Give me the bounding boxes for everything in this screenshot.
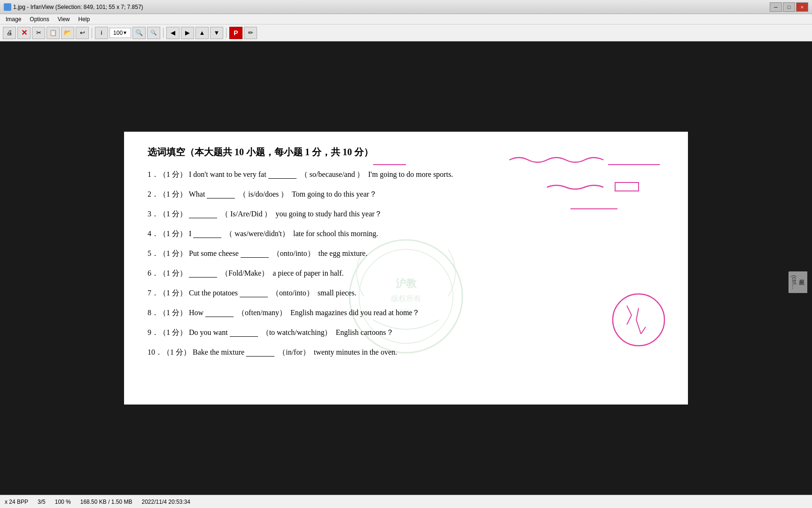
- minimize-button[interactable]: ─: [770, 2, 782, 12]
- q5-after: the egg mixture.: [317, 248, 367, 259]
- question-5: 5． （1 分） Put some cheese （onto/into） the…: [148, 248, 664, 259]
- q1-num: 1．: [148, 169, 159, 180]
- zoom-display: 100 ▼: [109, 28, 131, 38]
- menu-image[interactable]: Image: [2, 15, 25, 24]
- q2-num: 2．: [148, 189, 159, 200]
- q4-blank: [193, 230, 221, 238]
- q9-after: English cartoons？: [334, 327, 393, 338]
- close-file-button[interactable]: ✕: [17, 27, 31, 39]
- question-10: 10． （1 分） Bake the mixture （in/for） twen…: [148, 347, 664, 358]
- zoom-in-button[interactable]: 🔍: [133, 27, 146, 39]
- q9-blank: [230, 328, 258, 337]
- undo-button[interactable]: ↩: [76, 27, 89, 39]
- q5-blank: [241, 249, 269, 258]
- nav-up-button[interactable]: ▲: [195, 27, 209, 39]
- q6-num: 6．: [148, 268, 159, 279]
- paste-button[interactable]: 📂: [61, 27, 74, 39]
- q3-num: 3．: [148, 208, 159, 220]
- status-datetime: 2022/11/4 20:53:34: [142, 499, 190, 505]
- status-position: 3/5: [38, 499, 46, 505]
- q2-points: （1 分）: [159, 189, 187, 200]
- side-panel: 截屏 (ctrl...: [784, 83, 812, 482]
- q8-blank: [205, 309, 234, 317]
- q8-points: （1 分）: [159, 307, 187, 318]
- q6-points: （1 分）: [159, 268, 187, 279]
- q10-blank: [246, 348, 274, 357]
- edit-button[interactable]: ✏: [244, 27, 257, 39]
- title-bar: 1.jpg - IrfanView (Selection: 849, 101; …: [0, 0, 812, 14]
- question-8: 8． （1 分） How （often/many） English magazi…: [148, 307, 664, 318]
- main-area: 沪教 版权所有 EDU 选词填空（本大题共: [0, 41, 812, 495]
- q6-choices: （Fold/Make）: [221, 268, 269, 279]
- q10-num: 10．: [148, 347, 163, 358]
- question-9: 9． （1 分） Do you want （to watch/watching）…: [148, 327, 664, 338]
- title-bar-left: 1.jpg - IrfanView (Selection: 849, 101; …: [4, 3, 143, 11]
- q9-choices: （to watch/watching）: [262, 327, 332, 338]
- q10-choices: （in/for）: [278, 347, 310, 358]
- menu-bar: Image Options View Help: [0, 14, 812, 24]
- doc-title: 选词填空（本大题共 10 小题，每小题 1 分，共 10 分）: [148, 146, 664, 159]
- question-4: 4． （1 分） I （ was/were/didn't） late for s…: [148, 228, 664, 239]
- zoom-out-button[interactable]: 🔍: [147, 27, 160, 39]
- q8-num: 8．: [148, 307, 159, 318]
- title-bar-buttons: ─ □ ×: [770, 2, 808, 12]
- q2-after: Tom going to do this year？: [290, 189, 376, 200]
- q4-choices: （ was/were/didn't）: [225, 228, 289, 239]
- question-2: 2． （1 分） What （ is/do/does ） Tom going t…: [148, 189, 664, 200]
- status-bar: x 24 BPP 3/5 100 % 168.50 KB / 1.50 MB 2…: [0, 495, 812, 508]
- status-filesize: 168.50 KB / 1.50 MB: [80, 499, 133, 505]
- q1-points: （1 分）: [159, 169, 187, 180]
- status-bpp: x 24 BPP: [5, 499, 28, 505]
- q2-choices: （ is/do/does ）: [239, 189, 288, 200]
- q1-before: I don't want to be very fat: [187, 169, 266, 180]
- q5-choices: （onto/into）: [273, 248, 315, 259]
- document: 沪教 版权所有 EDU 选词填空（本大题共: [124, 132, 688, 405]
- q4-before: I: [187, 228, 191, 239]
- app-icon: [4, 3, 11, 11]
- q7-choices: （onto/into）: [272, 287, 314, 299]
- q3-choices: （ Is/Are/Did ）: [221, 208, 272, 220]
- maximize-button[interactable]: □: [783, 2, 795, 12]
- next-button[interactable]: ▶: [181, 27, 194, 39]
- toolbar-separator-2: [163, 28, 164, 38]
- q9-before: Do you want: [187, 327, 228, 338]
- q4-num: 4．: [148, 228, 159, 239]
- p-button[interactable]: P: [229, 27, 242, 39]
- info-button[interactable]: i: [95, 27, 108, 39]
- q5-num: 5．: [148, 248, 159, 259]
- q1-blank: [268, 170, 297, 179]
- menu-help[interactable]: Help: [75, 15, 94, 24]
- q4-points: （1 分）: [159, 228, 187, 239]
- q10-before: Bake the mixture: [191, 347, 244, 358]
- screenshot-panel[interactable]: 截屏 (ctrl...: [789, 271, 807, 293]
- q10-after: twenty minutes in the oven.: [312, 347, 397, 358]
- copy-button[interactable]: 📋: [47, 27, 60, 39]
- q8-after: English magazines did you read at home？: [289, 307, 420, 318]
- close-button[interactable]: ×: [796, 2, 808, 12]
- question-1: 1． （1 分） I don't want to be very fat （ s…: [148, 169, 664, 180]
- q3-points: （1 分）: [159, 208, 187, 220]
- q4-after: late for school this morning.: [291, 228, 378, 239]
- question-list: 1． （1 分） I don't want to be very fat （ s…: [148, 169, 664, 358]
- q6-blank: [189, 269, 217, 278]
- q10-points: （1 分）: [163, 347, 191, 358]
- menu-view[interactable]: View: [54, 15, 74, 24]
- q7-points: （1 分）: [159, 287, 187, 299]
- q7-num: 7．: [148, 287, 159, 299]
- q7-after: small pieces.: [316, 287, 357, 299]
- question-3: 3． （1 分） （ Is/Are/Did ） you going to stu…: [148, 208, 664, 220]
- nav-down-button[interactable]: ▼: [210, 27, 223, 39]
- prev-button[interactable]: ◀: [166, 27, 180, 39]
- q3-after: you going to study hard this year？: [273, 208, 382, 220]
- menu-options[interactable]: Options: [26, 15, 53, 24]
- q5-before: Put some cheese: [187, 248, 239, 259]
- cut-button[interactable]: ✂: [32, 27, 45, 39]
- q2-blank: [207, 190, 235, 198]
- q7-blank: [240, 289, 268, 297]
- toolbar-separator-3: [226, 28, 226, 38]
- q5-points: （1 分）: [159, 248, 187, 259]
- print-button[interactable]: 🖨: [3, 27, 16, 39]
- q3-blank: [189, 210, 217, 218]
- q9-num: 9．: [148, 327, 159, 338]
- toolbar: 🖨 ✕ ✂ 📋 📂 ↩ i 100 ▼ 🔍 🔍 ◀ ▶ ▲ ▼ P ✏: [0, 24, 812, 41]
